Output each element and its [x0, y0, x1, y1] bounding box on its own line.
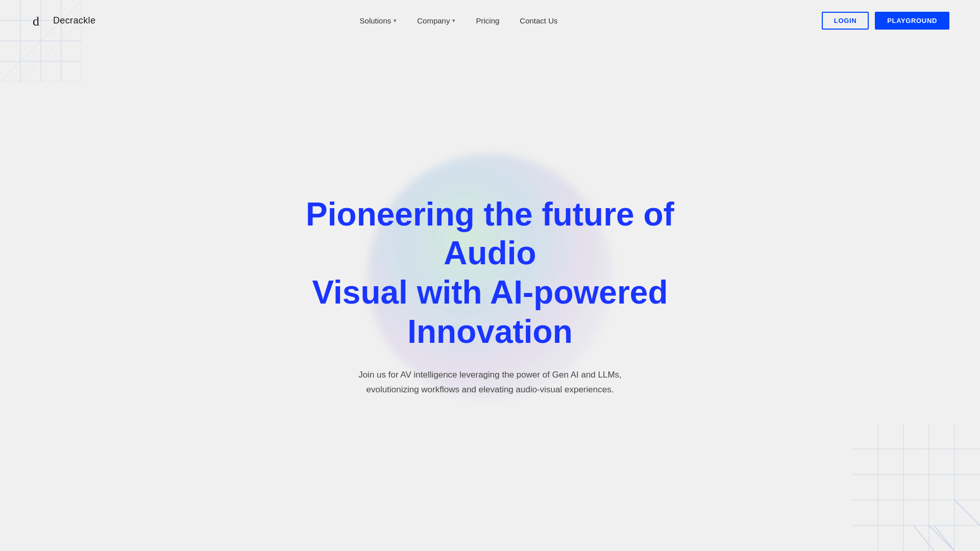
- playground-button[interactable]: PLAYGROUND: [875, 12, 949, 30]
- nav-solutions[interactable]: Solutions ▾: [360, 16, 397, 25]
- nav-links: Solutions ▾ Company ▾ Pricing Contact Us: [360, 16, 558, 25]
- company-chevron-icon: ▾: [452, 17, 455, 24]
- hero-content: Pioneering the future of Audio Visual wi…: [286, 195, 694, 397]
- solutions-chevron-icon: ▾: [394, 17, 397, 24]
- nav-pricing[interactable]: Pricing: [476, 16, 499, 25]
- brand: d Decrackle: [31, 12, 95, 29]
- hero-section: Pioneering the future of Audio Visual wi…: [0, 41, 980, 551]
- navbar: d Decrackle Solutions ▾ Company ▾ Pricin…: [0, 0, 980, 41]
- nav-company[interactable]: Company ▾: [417, 16, 455, 25]
- nav-actions: LOGIN PLAYGROUND: [822, 12, 949, 30]
- hero-title: Pioneering the future of Audio Visual wi…: [286, 195, 694, 352]
- login-button[interactable]: LOGIN: [822, 12, 869, 30]
- nav-contact[interactable]: Contact Us: [520, 16, 557, 25]
- brand-name: Decrackle: [53, 15, 95, 26]
- svg-text:d: d: [33, 14, 39, 29]
- hero-subtitle: Join us for AV intelligence leveraging t…: [357, 368, 623, 397]
- logo-icon: d: [31, 12, 47, 29]
